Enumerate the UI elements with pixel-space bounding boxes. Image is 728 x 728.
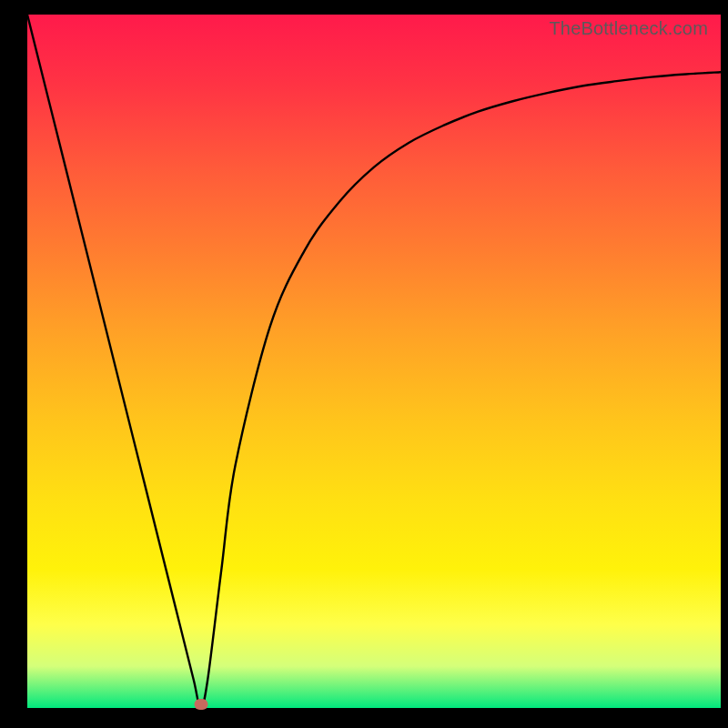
- watermark-text: TheBottleneck.com: [549, 18, 708, 39]
- minimum-marker-icon: [194, 699, 207, 710]
- chart-plot-area: TheBottleneck.com: [27, 15, 721, 708]
- bottleneck-curve: [27, 15, 721, 708]
- chart-frame: TheBottleneck.com: [0, 0, 728, 728]
